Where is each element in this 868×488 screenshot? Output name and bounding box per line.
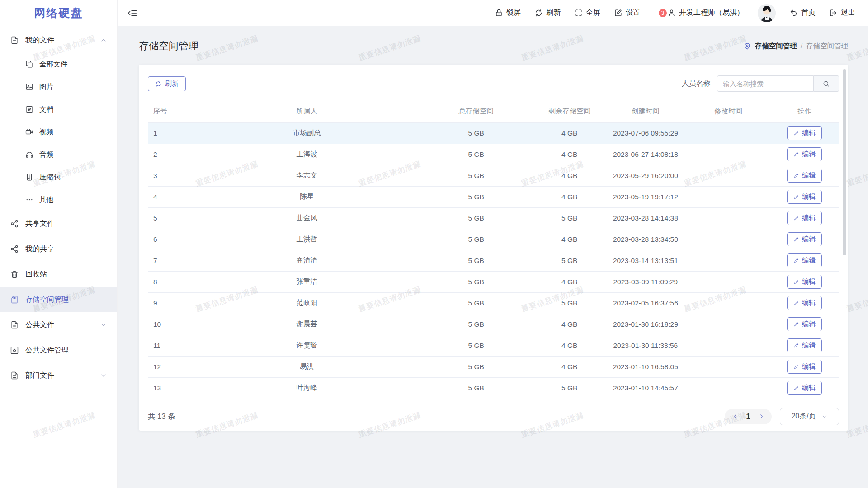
avatar[interactable]	[758, 4, 776, 22]
home-button[interactable]: 首页	[789, 8, 816, 18]
sidebar-item-archives[interactable]: 压缩包	[0, 166, 117, 188]
sidebar-item-public-files[interactable]: 公共文件	[0, 312, 117, 338]
edit-button[interactable]: 编辑	[787, 275, 822, 289]
share-icon	[10, 219, 19, 228]
table-row: 9 范政阳 5 GB 5 GB 2023-02-05 16:37:56 编辑	[148, 292, 839, 314]
pager: 1	[725, 409, 772, 424]
edit-button[interactable]: 编辑	[787, 169, 822, 183]
edit-button[interactable]: 编辑	[787, 360, 822, 374]
cell-total: 5 GB	[417, 292, 535, 314]
cell-owner: 谢晨芸	[196, 314, 417, 335]
edit-button[interactable]: 编辑	[787, 211, 822, 225]
pencil-icon	[793, 364, 799, 370]
fullscreen-button[interactable]: 全屏	[574, 8, 600, 18]
prev-page-button[interactable]	[729, 409, 741, 424]
cell-index: 4	[148, 186, 196, 207]
search-label: 人员名称	[682, 79, 711, 89]
zip-icon	[25, 173, 33, 181]
sidebar-item-recycle-bin[interactable]: 回收站	[0, 262, 117, 287]
logout-button[interactable]: 退出	[829, 8, 855, 18]
page-size-select[interactable]: 20条/页	[780, 408, 839, 425]
edit-button[interactable]: 编辑	[787, 126, 822, 140]
refresh-button[interactable]: 刷新	[534, 8, 561, 18]
table-refresh-button[interactable]: 刷新	[148, 76, 186, 91]
headphones-icon	[25, 150, 33, 159]
cell-index: 8	[148, 271, 196, 292]
edit-button[interactable]: 编辑	[787, 317, 822, 331]
search-input[interactable]	[717, 75, 814, 92]
sidebar-item-public-file-management[interactable]: 公共文件管理	[0, 338, 117, 363]
sidebar-item-my-files[interactable]: 我的文件	[0, 28, 117, 53]
cell-remaining: 5 GB	[535, 377, 604, 399]
cell-modified	[687, 186, 770, 207]
table-row: 8 张重洁 5 GB 4 GB 2023-03-09 11:09:29 编辑	[148, 271, 839, 292]
sidebar-item-documents[interactable]: 文档	[0, 98, 117, 121]
cell-total: 5 GB	[417, 165, 535, 186]
edit-button[interactable]: 编辑	[787, 190, 822, 204]
cell-created: 2023-01-10 14:45:57	[604, 377, 687, 399]
edit-button[interactable]: 编辑	[787, 232, 822, 246]
user-menu[interactable]: 开发工程师（易洪）	[667, 8, 744, 18]
breadcrumb-root[interactable]: 存储空间管理	[755, 42, 797, 51]
edit-button[interactable]: 编辑	[787, 253, 822, 267]
cell-created: 2023-03-14 13:13:51	[604, 250, 687, 271]
sidebar-item-storage-management[interactable]: 存储空间管理	[0, 287, 117, 312]
sidebar-item-my-shares[interactable]: 我的共享	[0, 236, 117, 262]
table-refresh-label: 刷新	[165, 80, 179, 88]
sidebar-item-all-files[interactable]: 全部文件	[0, 53, 117, 75]
sidebar-item-department-files[interactable]: 部门文件	[0, 363, 117, 388]
cell-actions: 编辑	[770, 186, 839, 207]
pencil-icon	[793, 300, 799, 306]
storage-panel: 刷新 人员名称 序号 所属人 总存储空间 剩余存储空间	[139, 65, 848, 431]
cell-total: 5 GB	[417, 122, 535, 144]
sidebar-item-videos[interactable]: 视频	[0, 121, 117, 143]
cell-created: 2023-07-06 09:55:29	[604, 122, 687, 144]
sidebar-item-shared-files[interactable]: 共享文件	[0, 211, 117, 236]
table-row: 5 曲金凤 5 GB 5 GB 2023-03-28 14:14:38 编辑	[148, 207, 839, 229]
copy-files-icon	[25, 60, 33, 68]
file-text-icon	[10, 36, 19, 45]
lock-screen-label: 锁屏	[506, 8, 521, 18]
user-name: 开发工程师（易洪）	[679, 8, 744, 18]
settings-label: 设置	[626, 8, 640, 18]
edit-square-icon	[614, 9, 623, 17]
edit-button-label: 编辑	[802, 320, 816, 328]
chevron-right-icon	[759, 413, 764, 419]
pagination: 共 13 条 1 20条/页	[148, 408, 839, 425]
refresh-icon	[155, 80, 162, 87]
cell-created: 2023-01-10 16:58:05	[604, 356, 687, 377]
app-logo: 网络硬盘	[34, 5, 83, 20]
pencil-icon	[793, 215, 799, 221]
breadcrumb: 存储空间管理 / 存储空间管理	[743, 42, 848, 51]
person-icon	[667, 9, 676, 17]
lock-screen-button[interactable]: 锁屏	[495, 8, 521, 18]
cell-remaining: 4 GB	[535, 335, 604, 356]
cell-remaining: 4 GB	[535, 356, 604, 377]
cell-actions: 编辑	[770, 229, 839, 250]
refresh-icon	[534, 9, 543, 17]
cell-remaining: 4 GB	[535, 122, 604, 144]
sidebar-item-label: 我的共享	[25, 244, 54, 254]
sd-card-icon	[10, 295, 19, 304]
table-row: 11 许雯璇 5 GB 4 GB 2023-01-30 11:33:56 编辑	[148, 335, 839, 356]
sidebar-item-audio[interactable]: 音频	[0, 143, 117, 166]
cell-owner: 李志文	[196, 165, 417, 186]
edit-button[interactable]: 编辑	[787, 381, 822, 395]
cell-modified	[687, 165, 770, 186]
settings-button[interactable]: 设置	[614, 8, 640, 18]
cell-owner: 许雯璇	[196, 335, 417, 356]
edit-button[interactable]: 编辑	[787, 338, 822, 352]
home-label: 首页	[801, 8, 816, 18]
edit-button[interactable]: 编辑	[787, 147, 822, 161]
search-button[interactable]	[814, 75, 839, 92]
sidebar-item-other[interactable]: 其他	[0, 188, 117, 211]
page-head: 存储空间管理 存储空间管理 / 存储空间管理	[118, 26, 868, 54]
sidebar-item-images[interactable]: 图片	[0, 75, 117, 98]
cell-owner: 张重洁	[196, 271, 417, 292]
cell-actions: 编辑	[770, 250, 839, 271]
scrollbar-thumb[interactable]	[843, 69, 846, 255]
cell-actions: 编辑	[770, 314, 839, 335]
next-page-button[interactable]	[755, 409, 767, 424]
sidebar-collapse-icon[interactable]	[127, 8, 137, 18]
edit-button[interactable]: 编辑	[787, 296, 822, 310]
